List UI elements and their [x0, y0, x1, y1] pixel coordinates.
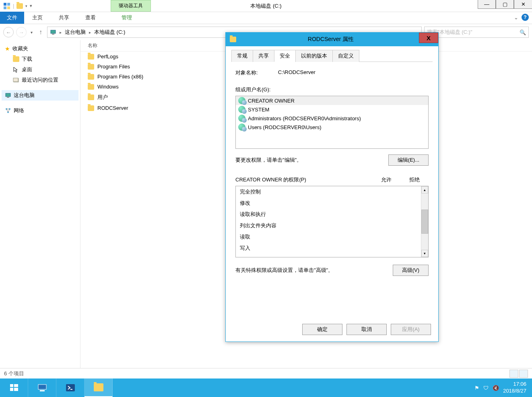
scrollbar[interactable]: ▴ ▾: [421, 186, 428, 257]
advanced-hint: 有关特殊权限或高级设置，请单击"高级"。: [235, 267, 333, 274]
scroll-thumb[interactable]: [421, 210, 428, 234]
deny-header: 拒绝: [400, 176, 429, 183]
forward-button[interactable]: →: [16, 27, 27, 37]
folder-icon: [13, 56, 19, 62]
item-label: 这台电脑: [14, 92, 35, 99]
cursor-icon: [13, 66, 19, 73]
crumb-separator[interactable]: ▸: [58, 30, 63, 35]
server-manager-button[interactable]: [28, 378, 56, 397]
permission-row: 修改: [236, 197, 421, 209]
tab-sharing[interactable]: 共享: [253, 50, 274, 62]
svg-rect-8: [6, 93, 10, 97]
computer-icon: [5, 92, 11, 99]
column-name[interactable]: 名称: [88, 42, 178, 49]
file-tab[interactable]: 文件: [0, 12, 24, 24]
icons-view-button[interactable]: [519, 370, 528, 378]
help-icon[interactable]: ?: [522, 14, 529, 21]
dialog-close-button[interactable]: X: [419, 33, 438, 43]
time-text: 17:06: [503, 381, 526, 388]
tab-customize[interactable]: 自定义: [332, 50, 359, 62]
group-name: Users (RODCSERVER0\Users): [248, 124, 322, 130]
minimize-button[interactable]: —: [478, 0, 496, 9]
scroll-up-button[interactable]: ▴: [421, 186, 428, 193]
object-value: C:\RODCServer: [278, 69, 315, 76]
apply-button[interactable]: 应用(A): [391, 324, 431, 335]
dialog-title-text: RODCServer 属性: [239, 36, 438, 43]
tab-security[interactable]: 安全: [274, 50, 296, 62]
groups-label: 组或用户名(G):: [235, 86, 429, 93]
sidebar-item-downloads[interactable]: 下载: [2, 54, 78, 64]
ok-button[interactable]: 确定: [302, 324, 342, 335]
groups-listbox[interactable]: CREATOR OWNERSYSTEMAdministrators (RODCS…: [235, 96, 429, 149]
group-icon: [238, 123, 245, 131]
back-button[interactable]: ←: [3, 27, 14, 37]
item-label: 下载: [22, 56, 32, 63]
close-button[interactable]: ✕: [514, 0, 532, 9]
file-name: Windows: [97, 84, 119, 90]
taskbar: ⚑ 🛡 🔇 17:06 2018/8/27: [0, 378, 532, 397]
clock[interactable]: 17:06 2018/8/27: [503, 381, 526, 395]
tray-shield-icon[interactable]: 🛡: [483, 385, 489, 391]
sidebar-item-desktop[interactable]: 桌面: [2, 64, 78, 75]
group-icon: [238, 106, 245, 113]
view-tab[interactable]: 查看: [77, 12, 104, 24]
search-icon[interactable]: 🔍: [520, 29, 526, 35]
permission-row: 读取: [236, 231, 421, 243]
item-label: 最近访问的位置: [22, 76, 58, 84]
edit-hint: 要更改权限，请单击"编辑"。: [235, 156, 302, 164]
permissions-listbox: 完全控制修改读取和执行列出文件夹内容读取写入 ▴ ▾: [235, 186, 429, 257]
object-label: 对象名称:: [235, 69, 258, 76]
maximize-button[interactable]: ▢: [496, 0, 514, 9]
advanced-button[interactable]: 高级(V): [393, 265, 429, 276]
share-tab[interactable]: 共享: [51, 12, 77, 24]
tab-general[interactable]: 常规: [231, 50, 253, 62]
recent-icon: [13, 77, 19, 83]
svg-rect-5: [52, 34, 54, 35]
group-row[interactable]: SYSTEM: [236, 105, 428, 114]
file-name: Program Files: [97, 64, 130, 70]
svg-rect-9: [7, 97, 9, 98]
explorer-taskbar-button[interactable]: [85, 378, 113, 397]
dialog-titlebar[interactable]: RODCServer 属性 X: [226, 33, 438, 46]
window-titlebar: | ▾ ▾ 驱动器工具 本地磁盘 (C:) — ▢ ✕: [0, 0, 532, 12]
svg-rect-18: [40, 390, 45, 391]
permission-row: 写入: [236, 243, 421, 254]
manage-tab[interactable]: 管理: [113, 12, 140, 24]
group-row[interactable]: Users (RODCSERVER0\Users): [236, 123, 428, 132]
ribbon-expand-icon[interactable]: ⌄: [514, 14, 518, 21]
scroll-down-button[interactable]: ▾: [421, 250, 428, 257]
sidebar-item-thispc[interactable]: 这台电脑: [2, 90, 78, 101]
system-tray: ⚑ 🛡 🔇 17:06 2018/8/27: [474, 381, 532, 395]
favorites-label: 收藏夹: [12, 45, 28, 52]
folder-icon: [88, 84, 94, 90]
history-dropdown[interactable]: ▾: [29, 30, 34, 35]
crumb-drive[interactable]: 本地磁盘 (C:): [94, 29, 125, 36]
sidebar-item-network[interactable]: 网络: [2, 105, 78, 116]
folder-icon: [230, 37, 236, 42]
up-button[interactable]: ↑: [37, 29, 45, 36]
tray-flag-icon[interactable]: ⚑: [474, 385, 479, 391]
powershell-button[interactable]: [56, 378, 85, 397]
folder-icon: [88, 54, 94, 60]
cancel-button[interactable]: 取消: [346, 324, 387, 335]
group-row[interactable]: CREATOR OWNER: [236, 96, 428, 105]
details-view-button[interactable]: [509, 370, 518, 378]
edit-button[interactable]: 编辑(E)...: [388, 154, 429, 166]
tray-volume-icon[interactable]: 🔇: [493, 385, 499, 391]
sidebar-item-recent[interactable]: 最近访问的位置: [2, 75, 78, 85]
crumb-separator[interactable]: ▸: [87, 30, 93, 35]
group-name: CREATOR OWNER: [248, 98, 295, 104]
search-input[interactable]: 搜索"本地磁盘 (C:)" 🔍: [424, 27, 529, 38]
dialog-button-row: 确定 取消 应用(A): [302, 324, 431, 335]
folder-icon: [94, 383, 103, 391]
window-controls: — ▢ ✕: [478, 0, 532, 9]
allow-header: 允许: [372, 176, 400, 183]
crumb-thispc[interactable]: 这台电脑: [65, 29, 86, 36]
home-tab[interactable]: 主页: [24, 12, 51, 24]
favorites-header[interactable]: ★ 收藏夹: [2, 43, 78, 54]
group-row[interactable]: Administrators (RODCSERVER0\Administrato…: [236, 114, 428, 123]
group-name: Administrators (RODCSERVER0\Administrato…: [248, 115, 361, 121]
tab-previous[interactable]: 以前的版本: [295, 50, 333, 62]
start-button[interactable]: [0, 378, 28, 397]
svg-rect-16: [14, 388, 18, 391]
